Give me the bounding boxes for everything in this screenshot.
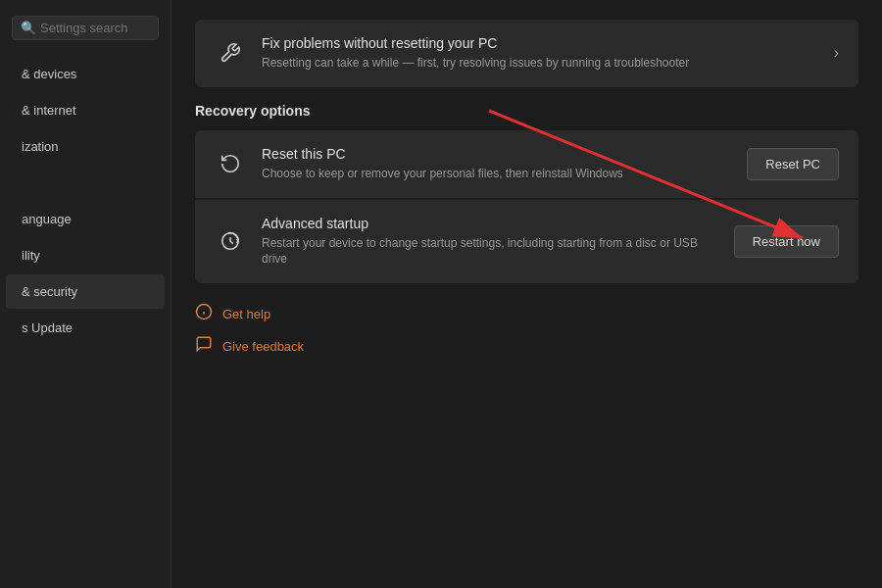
get-help-link[interactable]: Get help — [195, 303, 858, 325]
advanced-startup-title: Advanced startup — [262, 216, 718, 231]
reset-pc-desc: Choose to keep or remove your personal f… — [262, 166, 731, 182]
sidebar-item-security[interactable]: & security — [6, 274, 165, 309]
sidebar: 🔍 & devices & internet ization anguage i… — [0, 0, 172, 588]
advanced-startup-desc: Restart your device to change startup se… — [262, 235, 718, 269]
get-help-icon — [195, 303, 213, 325]
sidebar-item-devices[interactable]: & devices — [6, 57, 165, 91]
sidebar-item-language[interactable]: anguage — [6, 202, 165, 236]
recovery-cards-wrapper: Reset this PC Choose to keep or remove y… — [195, 130, 858, 283]
recovery-section-title: Recovery options — [195, 103, 858, 119]
sidebar-item-update[interactable]: s Update — [6, 311, 165, 345]
sidebar-item-personalization[interactable]: ization — [6, 129, 165, 164]
advanced-startup-card: Advanced startup Restart your device to … — [195, 200, 858, 284]
sidebar-item-internet[interactable]: & internet — [6, 93, 165, 127]
reset-pc-text: Reset this PC Choose to keep or remove y… — [262, 146, 731, 182]
give-feedback-icon — [195, 335, 213, 358]
fix-problems-card[interactable]: Fix problems without resetting your PC R… — [195, 20, 858, 87]
sidebar-item-accessibility[interactable]: ility — [6, 238, 165, 272]
give-feedback-link[interactable]: Give feedback — [195, 335, 858, 358]
restart-now-button[interactable]: Restart now — [734, 225, 839, 258]
fix-problems-text: Fix problems without resetting your PC R… — [262, 35, 822, 72]
advanced-startup-text: Advanced startup Restart your device to … — [262, 216, 718, 269]
reset-pc-title: Reset this PC — [262, 146, 731, 162]
search-input[interactable] — [40, 21, 150, 35]
reset-pc-card: Reset this PC Choose to keep or remove y… — [195, 130, 858, 198]
sidebar-item-blank[interactable] — [6, 166, 165, 200]
main-content: Fix problems without resetting your PC R… — [172, 0, 882, 588]
fix-problems-desc: Resetting can take a while — first, try … — [262, 55, 822, 72]
reset-icon — [215, 153, 246, 174]
fix-problems-title: Fix problems without resetting your PC — [262, 35, 822, 51]
search-icon: 🔍 — [21, 21, 36, 35]
wrench-icon — [215, 42, 246, 64]
help-links: Get help Give feedback — [195, 303, 858, 358]
reset-pc-button[interactable]: Reset PC — [747, 148, 839, 180]
chevron-right-icon: › — [834, 44, 839, 62]
advanced-startup-icon — [215, 230, 246, 252]
search-bar[interactable]: 🔍 — [12, 16, 159, 40]
